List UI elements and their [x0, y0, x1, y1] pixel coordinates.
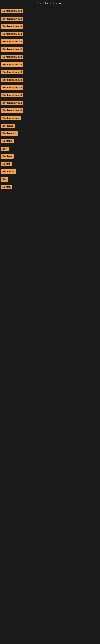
bottleneck-badge: Bottleneck result — [1, 85, 23, 90]
bottleneck-item[interactable]: Bottler — [0, 160, 100, 168]
bottleneck-badge: Bottleneck result — [1, 70, 23, 74]
bottleneck-item[interactable]: Bottleneck result — [0, 22, 100, 30]
bottleneck-badge: Bottleneck result — [1, 93, 23, 98]
bottleneck-item[interactable]: Bottleneck res — [0, 114, 100, 122]
bottleneck-badge: Bott — [1, 146, 9, 151]
bottleneck-item[interactable]: Bottleneck result — [0, 7, 100, 15]
bottleneck-item[interactable]: Bottleneck result — [0, 68, 100, 76]
site-header: TheBottlenecker.com — [0, 0, 100, 6]
bottleneck-badge: Bottlen — [1, 185, 12, 189]
bottleneck-badge: Bottleneck r — [1, 131, 18, 136]
items-container: Bottleneck resultBottleneck resultBottle… — [0, 6, 100, 191]
bottleneck-item[interactable]: Bottleneck result — [0, 107, 100, 114]
bottleneck-badge: Bottleneck result — [1, 32, 23, 36]
bottleneck-item[interactable]: Bottleneck result — [0, 61, 100, 68]
bottleneck-item[interactable]: Bottleneck result — [0, 46, 100, 53]
bottleneck-item[interactable]: Bott — [0, 145, 100, 152]
bottleneck-badge: Bottleneck result — [1, 62, 23, 67]
bottleneck-badge: Bottleneck result — [1, 9, 23, 13]
bottleneck-badge: Bottlene — [1, 139, 14, 143]
bottleneck-item[interactable]: Bottleneck result — [0, 91, 100, 99]
bottleneck-badge: Bottler — [1, 162, 12, 166]
bottleneck-badge: Bottleneck result — [1, 47, 23, 52]
bottleneck-item[interactable]: Bottlen — [0, 183, 100, 191]
bottleneck-badge: Bottleneck result — [1, 24, 23, 28]
bottleneck-item[interactable]: Bottleneck result — [0, 76, 100, 84]
bottleneck-item[interactable]: Bottleneck result — [0, 84, 100, 91]
bottleneck-badge: Bottleneck result — [1, 16, 23, 21]
bottleneck-badge: Bottleneck — [1, 170, 16, 174]
bottleneck-badge: Bottlenec — [1, 124, 15, 128]
bottleneck-item[interactable]: Bottleneck result — [0, 99, 100, 107]
bottleneck-badge: Bottleneck result — [1, 40, 23, 44]
bottleneck-badge: Bottleneck result — [1, 108, 23, 113]
bottleneck-item[interactable]: Bottleneck — [0, 168, 100, 176]
bottleneck-badge: Bottleneck result — [1, 100, 23, 105]
bottleneck-item[interactable]: Bottleneck result — [0, 30, 100, 38]
bottleneck-item[interactable]: Bottleneck result — [0, 15, 100, 22]
bottleneck-badge: Bottleneck result — [1, 55, 23, 59]
bottleneck-badge: Bottlene — [1, 154, 14, 158]
bottleneck-item[interactable]: Bottleneck result — [0, 38, 100, 46]
bottleneck-badge: Bottleneck res — [1, 116, 21, 120]
bottleneck-badge: Bottleneck result — [1, 78, 23, 82]
bottleneck-badge: Bot — [1, 177, 8, 182]
bottleneck-item[interactable]: Bot — [0, 176, 100, 183]
bottleneck-item[interactable]: Bottlene — [0, 152, 100, 160]
bottleneck-item[interactable]: Bottlenec — [0, 122, 100, 130]
bottleneck-item[interactable]: Bottleneck result — [0, 53, 100, 61]
bottleneck-item[interactable]: Bottleneck r — [0, 130, 100, 137]
bottleneck-item[interactable]: Bottlene — [0, 137, 100, 145]
cursor-indicator — [1, 533, 1, 537]
